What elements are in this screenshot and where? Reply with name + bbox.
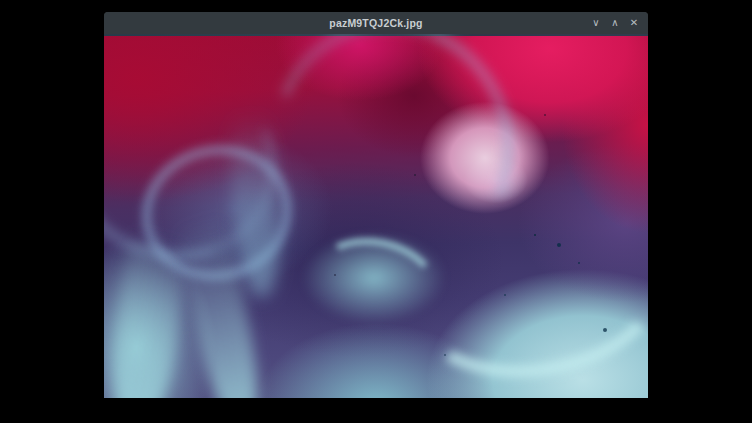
- close-icon[interactable]: ✕: [628, 16, 640, 30]
- ink-layer-top-edge: [104, 34, 648, 36]
- window-controls: ∨ ∧ ✕: [590, 12, 640, 34]
- minimize-icon[interactable]: ∨: [590, 16, 602, 30]
- titlebar[interactable]: pazM9TQJ2Ck.jpg ∨ ∧ ✕: [104, 12, 648, 34]
- image-canvas[interactable]: [104, 34, 648, 398]
- window-title: pazM9TQJ2Ck.jpg: [104, 12, 648, 34]
- desktop-background: pazM9TQJ2Ck.jpg ∨ ∧ ✕: [0, 0, 752, 423]
- maximize-icon[interactable]: ∧: [609, 16, 621, 30]
- ink-photo-base: [104, 34, 648, 398]
- image-viewer-window: pazM9TQJ2Ck.jpg ∨ ∧ ✕: [104, 12, 648, 398]
